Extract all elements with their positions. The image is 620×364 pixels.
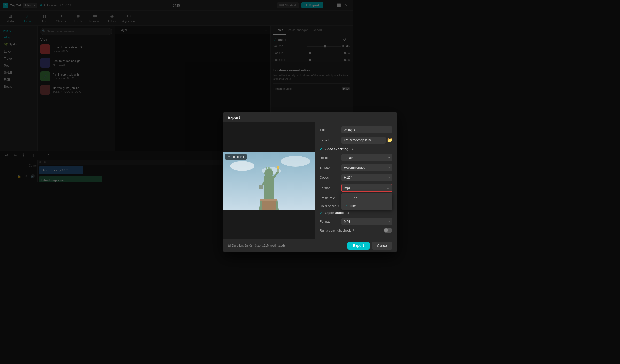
dialog-settings: Title Export to C:/Users/A/AppData/... 📁… (315, 122, 353, 182)
svg-point-1 (230, 161, 254, 171)
preview-container: ✏ Edit cover (223, 152, 315, 182)
export-path: C:/Users/A/AppData/... (341, 137, 353, 144)
codec-label: Codec (320, 176, 341, 179)
export-dialog-overlay: Export (0, 0, 353, 182)
dialog-body: ✏ Edit cover Title Export to C:/Users/A/… (223, 122, 353, 182)
bitrate-row: Bit rate Recommended ▾ (320, 164, 353, 171)
resolution-label: Resol... (320, 156, 341, 159)
title-label: Title (320, 128, 341, 132)
video-section-toggle: ✓ Video exporting ▲ (320, 147, 353, 151)
edit-cover-label: Edit cover (231, 155, 244, 159)
svg-point-2 (281, 156, 310, 167)
edit-icon: ✏ (228, 155, 230, 159)
export-path-area: C:/Users/A/AppData/... 📁 (341, 137, 353, 144)
dialog-preview: ✏ Edit cover (223, 122, 315, 182)
video-check-icon: ✓ (320, 147, 323, 151)
resolution-row: Resol... 1080P ▾ (320, 154, 353, 161)
svg-point-6 (264, 169, 273, 178)
video-chevron-icon: ▲ (351, 147, 353, 151)
title-row: Title (320, 126, 353, 133)
edit-cover-button[interactable]: ✏ Edit cover (225, 154, 247, 160)
resolution-value: 1080P (344, 156, 353, 159)
codec-select[interactable]: H.264 ▾ (341, 174, 353, 181)
export-to-row: Export to C:/Users/A/AppData/... 📁 (320, 137, 353, 144)
codec-value: H.264 (344, 176, 352, 179)
bitrate-value: Recommended (344, 166, 353, 169)
bitrate-select[interactable]: Recommended ▾ (341, 164, 353, 171)
codec-row: Codec H.264 ▾ (320, 174, 353, 181)
title-input[interactable] (341, 126, 353, 133)
video-section-label: Video exporting (325, 147, 348, 151)
export-to-label: Export to (320, 138, 341, 142)
bitrate-label: Bit rate (320, 166, 341, 169)
export-dialog: Export (223, 112, 353, 182)
svg-point-12 (277, 166, 279, 169)
resolution-select[interactable]: 1080P ▾ (341, 154, 353, 161)
dialog-header: Export (223, 112, 353, 122)
